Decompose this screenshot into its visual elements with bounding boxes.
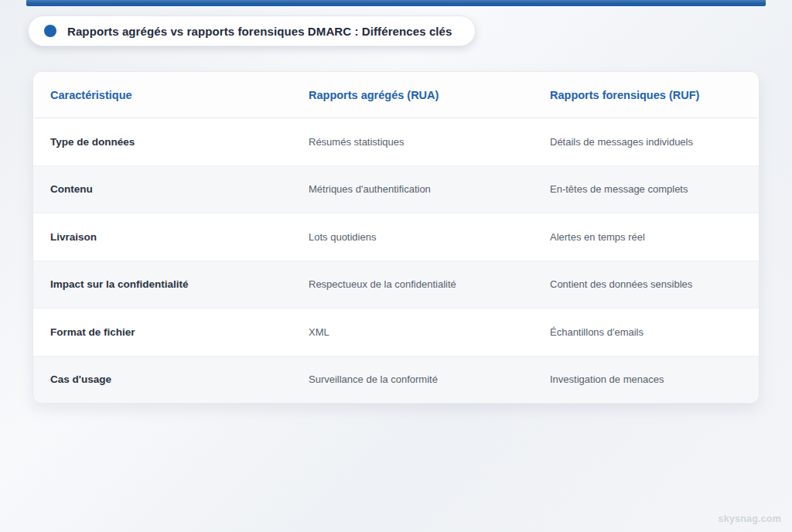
row-feature: Cas d'usage — [33, 373, 292, 385]
row-feature: Livraison — [33, 231, 292, 243]
table-row: Cas d'usage Surveillance de la conformit… — [33, 356, 759, 404]
row-feature: Contenu — [33, 183, 292, 195]
row-feature: Type de données — [33, 136, 292, 148]
column-header-ruf: Rapports forensiques (RUF) — [533, 89, 759, 101]
column-header-feature: Caractéristique — [33, 89, 292, 101]
table-row: Impact sur la confidentialité Respectueu… — [33, 261, 759, 309]
page-title: Rapports agrégés vs rapports forensiques… — [67, 25, 452, 38]
page-title-pill: Rapports agrégés vs rapports forensiques… — [28, 15, 476, 46]
row-rua-value: Résumés statistiques — [292, 136, 533, 148]
table-header-row: Caractéristique Rapports agrégés (RUA) R… — [33, 72, 759, 118]
column-header-rua: Rapports agrégés (RUA) — [292, 89, 533, 101]
bullet-dot-icon — [44, 25, 56, 37]
row-ruf-value: Échantillons d'emails — [533, 326, 759, 338]
row-rua-value: Métriques d'authentification — [292, 183, 533, 195]
row-rua-value: XML — [292, 326, 533, 338]
row-ruf-value: Investigation de menaces — [533, 373, 759, 385]
row-feature: Impact sur la confidentialité — [33, 278, 292, 290]
row-feature: Format de fichier — [33, 326, 292, 338]
top-accent-bar — [26, 0, 766, 6]
row-ruf-value: Détails de messages individuels — [533, 136, 759, 148]
row-rua-value: Respectueux de la confidentialité — [292, 278, 533, 290]
site-watermark: skysnag.com — [719, 513, 781, 524]
row-ruf-value: Alertes en temps réel — [533, 231, 759, 243]
row-ruf-value: En-têtes de message complets — [533, 183, 759, 195]
table-row: Type de données Résumés statistiques Dét… — [33, 118, 759, 165]
table-row: Contenu Métriques d'authentification En-… — [33, 165, 759, 213]
table-row: Livraison Lots quotidiens Alertes en tem… — [33, 213, 759, 261]
table-row: Format de fichier XML Échantillons d'ema… — [33, 308, 759, 356]
row-rua-value: Lots quotidiens — [292, 231, 533, 243]
comparison-table: Caractéristique Rapports agrégés (RUA) R… — [32, 71, 760, 404]
row-rua-value: Surveillance de la conformité — [292, 373, 533, 385]
row-ruf-value: Contient des données sensibles — [533, 278, 759, 290]
